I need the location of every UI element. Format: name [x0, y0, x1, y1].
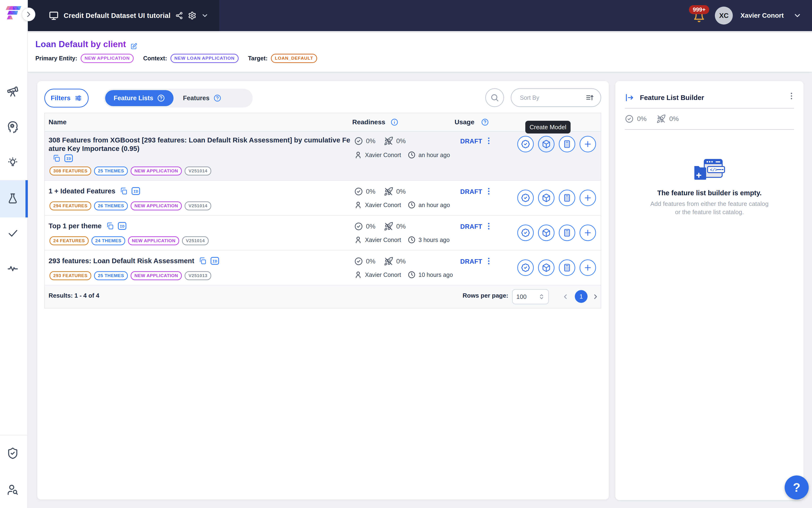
svg-text:ID: ID [66, 157, 71, 161]
svg-text:</>: </> [710, 168, 717, 172]
svg-text:ID: ID [133, 189, 138, 194]
svg-text:ID: ID [213, 259, 217, 264]
svg-text:ID: ID [120, 224, 125, 229]
